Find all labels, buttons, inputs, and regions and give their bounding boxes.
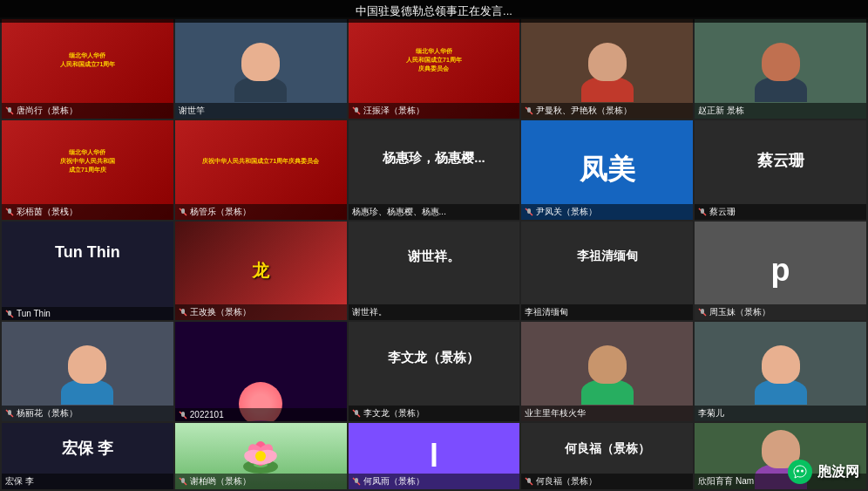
- banner-decorative-text: 龙: [252, 259, 269, 283]
- mic-icon: [352, 477, 361, 486]
- participant-cell[interactable]: 李文龙（景栋） 李文龙（景栋）: [349, 322, 520, 421]
- svg-point-40: [797, 470, 799, 473]
- participant-cell[interactable]: 赵正新 景栋: [695, 19, 866, 119]
- logo-text: 凤美: [580, 151, 635, 189]
- banner-title: 缅北华人华侨人民和国成立71周年庆典委员会: [406, 47, 462, 72]
- cell-label: 谢柏哟（景栋）: [175, 474, 347, 489]
- participant-cell[interactable]: 业主里年枝火华: [521, 322, 693, 421]
- participant-name: 周玉妹（景栋）: [709, 306, 770, 318]
- wechat-icon: [788, 460, 812, 484]
- participant-name: 2022101: [190, 410, 224, 419]
- cell-label: 谢世竿: [175, 103, 347, 119]
- name-display: 何良福（景栋）: [565, 441, 650, 457]
- avatar-head: [588, 345, 627, 384]
- avatar-letter: p: [771, 252, 790, 289]
- svg-rect-7: [8, 208, 11, 214]
- name-display: 李祖清缅甸: [577, 249, 638, 264]
- participant-cell[interactable]: 宏保 李 宏保 李: [2, 423, 173, 489]
- cell-label: 蔡云珊: [695, 204, 866, 220]
- participant-name: 赵正新 景栋: [698, 105, 744, 117]
- banner-overlay: 缅北华人华侨庆祝中华人民共和国成立71周年庆: [2, 120, 173, 202]
- participant-name: 何凤雨（景栋）: [363, 475, 424, 488]
- speaker-text: 中国驻曼德勒总领事正在发言...: [356, 4, 512, 17]
- participant-name: 杨惠珍、杨惠樱、杨惠...: [352, 206, 446, 218]
- cell-label: 2022101: [175, 408, 347, 421]
- cell-label: 唐尚行（景栋）: [2, 103, 173, 119]
- participant-name: 尹曼秋、尹艳秋（景栋）: [536, 105, 632, 117]
- mic-icon: [5, 106, 14, 115]
- svg-rect-39: [527, 478, 531, 483]
- participant-name: 谢世祥。: [352, 306, 387, 318]
- speaker-notification-bar: 中国驻曼德勒总领事正在发言...: [0, 0, 868, 23]
- cell-label: 周玉妹（景栋）: [695, 304, 866, 320]
- participant-name: 李菊儿: [698, 407, 724, 419]
- participant-cell[interactable]: 缅北华人华侨庆祝中华人民共和国成立71周年庆 彩梧茵（景桟）: [2, 120, 173, 220]
- participant-cell[interactable]: 杨惠珍，杨惠樱... 杨惠珍、杨惠樱、杨惠...: [349, 120, 520, 220]
- participant-cell[interactable]: 谢世祥。 谢世祥。: [349, 222, 520, 321]
- name-display: 杨惠珍，杨惠樱...: [349, 150, 520, 167]
- name-display-top: 宏保 李: [62, 438, 113, 459]
- participant-cell[interactable]: 凤美 尹凤关（景栋）: [521, 120, 693, 220]
- mic-icon: [698, 208, 707, 216]
- svg-rect-19: [701, 309, 704, 314]
- mic-icon: [525, 106, 533, 115]
- svg-rect-5: [527, 107, 531, 113]
- svg-rect-11: [527, 208, 531, 214]
- cell-label: 杨丽花（景栋）: [2, 406, 173, 421]
- mic-icon: [525, 477, 533, 486]
- watermark-label: 胞波网: [817, 463, 859, 481]
- banner-overlay: 缅北华人华侨人民和国成立71周年庆典委员会: [349, 19, 520, 101]
- svg-point-41: [801, 470, 804, 473]
- participant-cell[interactable]: 谢柏哟（景栋）: [175, 423, 347, 489]
- name-display: 谢世祥。: [408, 249, 460, 265]
- participant-name: 彩梧茵（景桟）: [17, 206, 78, 218]
- banner-title: 缅北华人华侨庆祝中华人民共和国成立71周年庆: [60, 148, 115, 174]
- cell-label: 李菊儿: [695, 406, 866, 421]
- participants-grid: 缅北华人华侨人民和国成立71周年 唐尚行（景栋） 谢世竿 缅: [0, 17, 868, 491]
- participant-cell[interactable]: 蔡云珊 蔡云珊: [695, 120, 866, 220]
- mic-icon: [179, 477, 187, 486]
- svg-rect-25: [355, 410, 358, 415]
- cell-label: 杨管乐（景栋）: [175, 204, 347, 220]
- participant-cell[interactable]: 杨丽花（景栋）: [2, 322, 173, 421]
- banner-title: 缅北华人华侨人民和国成立71周年: [60, 51, 116, 69]
- participant-cell[interactable]: 何良福（景栋） 何良福（景栋）: [521, 423, 693, 489]
- participant-name: 谢柏哟（景栋）: [190, 475, 251, 488]
- mic-icon: [525, 208, 533, 216]
- participant-cell[interactable]: l 何凤雨（景栋）: [349, 423, 520, 489]
- cell-label: 尹凤关（景栋）: [521, 204, 693, 220]
- banner-title: 庆祝中华人民共和国成立71周年庆典委员会: [202, 157, 319, 166]
- avatar-head: [762, 43, 800, 81]
- mic-icon: [5, 208, 14, 216]
- avatar-head: [241, 43, 280, 81]
- participant-cell[interactable]: 龙 王改换（景栋）: [175, 222, 347, 321]
- video-conference-window: 中国驻曼德勒总领事正在发言... 缅北华人华侨人民和国成立71周年 唐尚行（景栋…: [0, 0, 868, 491]
- cell-label: 谢世祥。: [349, 304, 520, 320]
- lotus-image: [234, 432, 287, 480]
- participant-cell[interactable]: 谢世竿: [175, 19, 347, 119]
- avatar-head: [68, 345, 106, 384]
- svg-rect-15: [8, 310, 11, 316]
- participant-name: 何良福（景栋）: [536, 475, 597, 488]
- banner-overlay: 庆祝中华人民共和国成立71周年庆典委员会: [175, 120, 347, 202]
- cell-label: 彩梧茵（景桟）: [2, 204, 173, 220]
- mic-icon: [352, 106, 361, 115]
- participant-cell[interactable]: 尹曼秋、尹艳秋（景栋）: [521, 19, 693, 119]
- svg-rect-3: [355, 107, 358, 113]
- participant-name: 业主里年枝火华: [525, 407, 586, 419]
- name-display: 李文龙（景栋）: [388, 350, 479, 366]
- svg-rect-37: [355, 478, 358, 483]
- participant-cell[interactable]: 缅北华人华侨人民和国成立71周年庆典委员会 汪振泽（景栋）: [349, 19, 520, 119]
- participant-cell[interactable]: p 周玉妹（景栋）: [695, 222, 866, 321]
- participant-cell[interactable]: 庆祝中华人民共和国成立71周年庆典委员会 杨管乐（景栋）: [175, 120, 347, 220]
- participant-cell[interactable]: 缅北华人华侨人民和国成立71周年 唐尚行（景栋）: [2, 19, 173, 119]
- participant-cell[interactable]: 李祖清缅甸 李祖清缅甸: [521, 222, 693, 321]
- participant-cell[interactable]: Tun Thin Tun Thin: [2, 222, 173, 321]
- participant-name: 杨丽花（景栋）: [17, 407, 78, 419]
- participant-cell[interactable]: 2022101: [175, 322, 347, 421]
- cell-label: 何凤雨（景栋）: [349, 474, 520, 489]
- avatar-head: [762, 345, 800, 384]
- participant-cell[interactable]: 李菊儿: [695, 322, 866, 421]
- cell-label: 尹曼秋、尹艳秋（景栋）: [521, 103, 693, 119]
- participant-name: Tun Thin: [17, 309, 51, 318]
